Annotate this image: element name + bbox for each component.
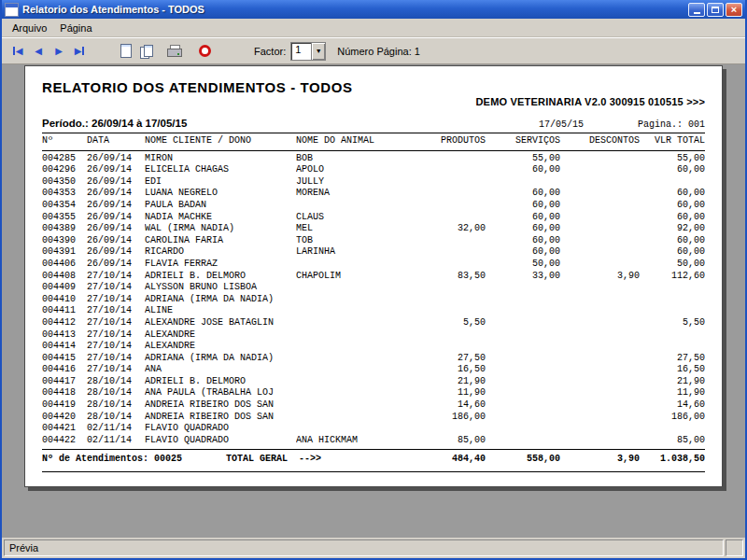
cell-num: 004422 — [42, 435, 87, 447]
cell-produtos — [416, 305, 486, 317]
cell-produtos: 21,90 — [416, 376, 486, 388]
cell-cliente: CAROLINA FARIA — [145, 235, 296, 247]
cell-produtos — [416, 200, 486, 212]
cell-descontos — [560, 282, 640, 294]
table-row: 00441027/10/14ADRIANA (IRMA DA NADIA) — [42, 294, 705, 306]
cell-data: 26/09/14 — [87, 200, 145, 212]
table-row: 00439026/09/14CAROLINA FARIATOB60,0060,0… — [42, 235, 705, 247]
cell-num: 004409 — [42, 282, 87, 294]
table-row: 00428526/09/14MIRONBOB55,0055,00 — [42, 153, 705, 165]
cell-produtos: 85,00 — [416, 435, 486, 447]
maximize-button[interactable] — [707, 3, 724, 17]
menu-pagina[interactable]: Página — [53, 21, 98, 35]
cell-num: 004350 — [42, 176, 87, 189]
cell-animal — [296, 259, 416, 271]
status-bar: Prévia — [2, 538, 745, 558]
report-period: Período.: 26/09/14 à 17/05/15 — [42, 118, 539, 129]
cell-produtos — [416, 188, 486, 200]
last-page-button[interactable]: ▶ — [69, 41, 90, 62]
cell-servicos — [486, 376, 560, 388]
report-title: RELATORIO DOS ATENDIMENTOS - TODOS — [42, 79, 705, 95]
cell-servicos — [486, 353, 560, 365]
single-page-view-button[interactable] — [116, 41, 136, 62]
cell-data: 28/10/14 — [87, 387, 145, 399]
cell-data: 27/10/14 — [87, 364, 145, 376]
multi-page-view-button[interactable] — [136, 41, 157, 62]
cell-animal: ANA HICKMAM — [296, 435, 416, 447]
window-title: Relatorio dos Atendimentos - TODOS — [22, 4, 688, 15]
atendimentos-count: Nº de Atendimentos: 00025 — [42, 453, 226, 466]
cell-servicos: 60,00 — [486, 246, 560, 259]
cell-data: 27/10/14 — [87, 317, 145, 329]
print-button[interactable] — [164, 41, 185, 62]
table-row: 00438926/09/14WAL (IRMA NADIA)MEL32,0060… — [42, 223, 705, 235]
table-row: 00435526/09/14NADIA MACHKECLAUS60,0060,0… — [42, 212, 705, 224]
minimize-icon — [694, 12, 700, 14]
cell-servicos — [486, 305, 560, 317]
cell-servicos — [486, 294, 560, 306]
cell-cliente: FLAVIO QUADRADO — [145, 423, 296, 435]
cell-data: 27/10/14 — [87, 282, 145, 294]
cell-num: 004417 — [42, 376, 87, 388]
cell-animal — [296, 317, 416, 329]
close-preview-button[interactable] — [194, 41, 215, 62]
title-bar[interactable]: Relatorio dos Atendimentos - TODOS × — [2, 0, 745, 19]
cell-descontos — [560, 153, 640, 165]
table-row: 00440827/10/14ADRIELI B. DELMOROCHAPOLIM… — [42, 271, 705, 283]
cell-animal: MORENA — [296, 188, 416, 200]
cell-num: 004391 — [42, 246, 87, 259]
cell-animal — [296, 329, 416, 342]
cell-servicos — [486, 412, 560, 424]
close-preview-icon — [199, 45, 211, 57]
cell-produtos — [416, 259, 486, 271]
close-button[interactable]: × — [726, 3, 742, 17]
cell-descontos — [560, 212, 640, 224]
cell-produtos — [416, 235, 486, 247]
first-page-button[interactable]: ◀ — [7, 41, 28, 62]
cell-num: 004406 — [42, 259, 87, 271]
table-row: 00435326/09/14LUANA NEGRELOMORENA60,0060… — [42, 188, 705, 200]
cell-servicos: 60,00 — [486, 188, 560, 200]
prev-page-button[interactable]: ◀ — [28, 41, 49, 62]
table-row: 00442102/11/14FLAVIO QUADRADO — [42, 423, 705, 435]
table-row: 00429626/09/14ELICELIA CHAGASAPOLO60,006… — [42, 164, 705, 176]
factor-combobox[interactable]: 1 ▼ — [290, 42, 326, 61]
cell-cliente: ALEXANDRE — [145, 329, 296, 342]
table-row: 00440927/10/14ALYSSON BRUNO LISBOA — [42, 282, 705, 294]
table-row: 00441227/10/14ALEXANDRE JOSE BATAGLIN5,5… — [42, 317, 705, 329]
minimize-button[interactable] — [688, 3, 705, 17]
cell-vlr-total: 85,00 — [640, 435, 705, 447]
cell-descontos — [560, 364, 640, 376]
cell-data: 02/11/14 — [87, 435, 145, 447]
cell-cliente: ALEXANDRE JOSE BATAGLIN — [145, 317, 296, 329]
divider — [42, 150, 705, 151]
cell-cliente: MIRON — [145, 153, 296, 165]
cell-num: 004410 — [42, 294, 87, 306]
cell-data: 28/10/14 — [87, 399, 145, 412]
report-date: 17/05/15 — [539, 119, 584, 130]
cell-data: 27/10/14 — [87, 329, 145, 342]
total-geral-label: TOTAL GERAL -->> — [226, 453, 321, 466]
next-page-button[interactable]: ▶ — [49, 41, 69, 62]
cell-animal — [296, 376, 416, 388]
menu-arquivo[interactable]: Arquivo — [6, 21, 53, 35]
cell-cliente: ADRIELI B. DELMORO — [145, 271, 296, 283]
total-servicos: 558,00 — [486, 453, 560, 466]
cell-cliente: NADIA MACHKE — [145, 212, 296, 224]
resize-grip[interactable] — [726, 539, 743, 556]
cell-descontos — [560, 412, 640, 424]
cell-produtos: 32,00 — [416, 223, 486, 235]
cell-cliente: RICARDO — [145, 246, 296, 259]
chevron-down-icon[interactable]: ▼ — [311, 43, 325, 60]
cell-vlr-total: 60,00 — [640, 200, 705, 212]
page-number-label: Número Página: 1 — [337, 46, 420, 57]
cell-servicos: 50,00 — [486, 259, 560, 271]
report-demo-header: DEMO VETERINARIA V2.0 300915 010515 >>> — [42, 96, 705, 107]
col-descontos: DESCONTOS — [560, 135, 640, 147]
cell-data: 26/09/14 — [87, 259, 145, 271]
cell-animal — [296, 341, 416, 353]
cell-servicos — [486, 329, 560, 342]
prev-page-icon: ◀ — [35, 47, 42, 56]
last-page-icon — [82, 47, 84, 55]
cell-cliente: ANDREIA RIBEIRO DOS SAN — [145, 399, 296, 412]
